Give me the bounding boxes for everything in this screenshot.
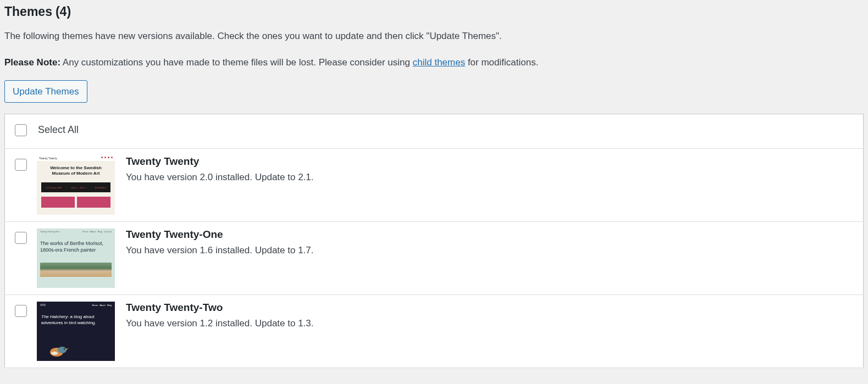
select-all-checkbox[interactable] (15, 124, 27, 136)
note-part-2: for modifications. (465, 57, 538, 68)
section-title: Themes (4) (4, 4, 864, 19)
theme-checkbox[interactable] (15, 159, 27, 171)
theme-thumbnail: Twenty Twenty-OneHome About Blog Contact… (37, 229, 115, 288)
theme-thumbnail: Home About Blog The Hatchery: a blog abo… (37, 302, 115, 361)
theme-version-text: You have version 1.2 installed. Update t… (126, 318, 858, 329)
theme-checkbox[interactable] (15, 232, 27, 244)
note-label: Please Note: (4, 57, 60, 68)
thumb-headline: The works of Berthe Morisot, 1800s-era F… (37, 235, 115, 259)
thumb-headline: The Hatchery: a blog about adventures in… (37, 308, 115, 329)
bird-icon (47, 342, 74, 359)
intro-text: The following themes have new versions a… (4, 29, 864, 43)
theme-name: Twenty Twenty (126, 155, 858, 168)
theme-name: Twenty Twenty-Two (126, 302, 858, 314)
note-text: Please Note: Any customizations you have… (4, 55, 864, 70)
update-themes-button[interactable]: Update Themes (4, 80, 87, 103)
child-themes-link[interactable]: child themes (413, 57, 465, 68)
theme-version-text: You have version 2.0 installed. Update t… (126, 172, 858, 183)
title-count: (4) (56, 4, 71, 19)
theme-row: Home About Blog The Hatchery: a blog abo… (5, 295, 864, 368)
svg-point-1 (58, 347, 67, 353)
theme-row: Twenty Twenty-OneHome About Blog Contact… (5, 222, 864, 295)
note-part-1: Any customizations you have made to them… (60, 57, 413, 68)
title-prefix: Themes (4, 4, 52, 19)
theme-version-text: You have version 1.6 installed. Update t… (126, 245, 858, 256)
svg-point-2 (64, 348, 65, 349)
select-all-label: Select All (38, 124, 79, 135)
theme-thumbnail: Twenty Twenty Welcome to the Swedish Mus… (37, 155, 115, 215)
select-all-row: Select All (5, 114, 864, 149)
thumb-headline: Welcome to the Swedish Museum of Modern … (37, 161, 115, 180)
svg-point-3 (51, 352, 58, 355)
themes-update-header: Themes (4) The following themes have new… (4, 4, 864, 114)
theme-row: Twenty Twenty Welcome to the Swedish Mus… (5, 149, 864, 222)
theme-name: Twenty Twenty-One (126, 229, 858, 241)
themes-table: Select All Twenty Twenty Welcome to the … (4, 114, 864, 368)
theme-checkbox[interactable] (15, 305, 27, 317)
